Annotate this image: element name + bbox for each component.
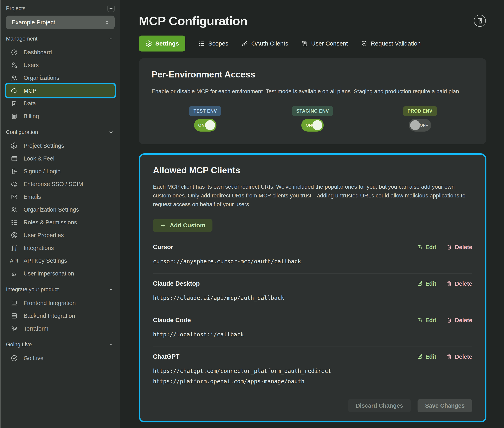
add-custom-button[interactable]: Add Custom (153, 219, 213, 232)
delete-button[interactable]: Delete (446, 244, 472, 251)
documentation-button[interactable] (474, 15, 486, 27)
test-env-toggle[interactable]: ON (194, 119, 216, 132)
edit-button[interactable]: Edit (417, 244, 436, 251)
people-icon (10, 206, 18, 214)
browser-window-icon (10, 155, 18, 162)
env-prod: PROD ENV OFF (403, 106, 437, 132)
environment-toggles: TEST ENV ON STAGING ENV ON PROD ENV OFF (152, 106, 474, 132)
sidebar-item-roles-permissions[interactable]: Roles & Permissions (6, 216, 115, 229)
form-actions: Discard Changes Save Changes (153, 399, 472, 412)
env-test: TEST ENV ON (189, 106, 221, 132)
tab-request-validation[interactable]: Request Validation (361, 35, 421, 51)
sidebar-section-configuration: Configuration Project Settings Look & Fe… (6, 128, 115, 280)
sidebar-section-management: Management Dashboard Users Organizations… (6, 35, 115, 123)
laptop-icon (10, 299, 18, 307)
main-content: MCP Configuration Settings Scopes OAuth … (120, 0, 504, 428)
client-row-claude-desktop: Claude Desktop Edit Delete https://claud… (153, 274, 472, 310)
per-environment-description: Enable or disable MCP for each environme… (152, 87, 474, 96)
delete-button[interactable]: Delete (446, 317, 472, 324)
section-header-management[interactable]: Management (6, 35, 115, 43)
sidebar-item-emails[interactable]: Emails (6, 190, 115, 203)
section-label: Going Live (6, 342, 32, 348)
toggle-knob (205, 120, 215, 130)
add-project-button[interactable] (107, 5, 115, 12)
sidebar-item-backend-integration[interactable]: Backend Integration (6, 309, 115, 322)
save-changes-button[interactable]: Save Changes (418, 399, 472, 412)
invoice-icon (10, 112, 18, 120)
shield-check-icon (361, 40, 368, 47)
sidebar-item-billing[interactable]: Billing (6, 110, 115, 123)
window-scrollbar[interactable] (0, 0, 1, 428)
sidebar-item-dashboard[interactable]: Dashboard (6, 46, 115, 59)
sidebar-item-organization-settings[interactable]: Organization Settings (6, 203, 115, 216)
sidebar-item-frontend-integration[interactable]: Frontend Integration (6, 297, 115, 309)
tab-settings[interactable]: Settings (139, 35, 185, 51)
edit-button[interactable]: Edit (417, 354, 436, 360)
pencil-icon (417, 317, 423, 323)
section-header-going-live[interactable]: Going Live (6, 341, 115, 349)
user-circle-icon (10, 231, 18, 239)
server-icon (10, 312, 18, 320)
pencil-icon (417, 354, 423, 360)
terraform-icon (10, 325, 18, 332)
staging-env-toggle[interactable]: ON (301, 119, 324, 132)
section-header-configuration[interactable]: Configuration (6, 128, 115, 136)
sidebar-item-user-properties[interactable]: User Properties (6, 229, 115, 242)
section-header-integrate[interactable]: Integrate your product (6, 286, 115, 293)
client-row-claude-code: Claude Code Edit Delete http://localhost… (153, 310, 472, 347)
per-environment-card: Per-Environment Access Enable or disable… (139, 58, 487, 144)
project-select[interactable]: Example Project (6, 16, 115, 29)
env-staging: STAGING ENV ON (292, 106, 333, 132)
client-row-chatgpt: ChatGPT Edit Delete https://chatgpt.com/… (153, 347, 472, 394)
allowed-clients-title: Allowed MCP Clients (153, 165, 472, 175)
sidebar-item-organizations[interactable]: Organizations (6, 72, 115, 84)
sidebar-item-integrations[interactable]: ∫∫ Integrations (6, 242, 115, 254)
tab-oauth-clients[interactable]: OAuth Clients (241, 35, 288, 51)
projects-label: Projects (6, 5, 25, 12)
plus-icon (160, 222, 166, 228)
cloud-share-icon (10, 87, 18, 94)
page-title: MCP Configuration (139, 14, 487, 28)
edit-button[interactable]: Edit (417, 317, 436, 324)
section-label: Configuration (6, 129, 38, 135)
trash-icon (446, 244, 452, 250)
test-env-badge: TEST ENV (189, 106, 221, 116)
chevron-up-down-icon (104, 19, 110, 25)
sidebar-item-data[interactable]: Data (6, 97, 115, 110)
sidebar-item-api-key-settings[interactable]: API API Key Settings (6, 254, 115, 267)
sidebar-section-integrate: Integrate your product Frontend Integrat… (6, 286, 115, 335)
sidebar-item-go-live[interactable]: Go Live (6, 352, 115, 364)
sidebar: Projects Example Project Management Dash… (0, 0, 120, 428)
tab-user-consent[interactable]: User Consent (301, 35, 348, 51)
client-name: Claude Desktop (153, 280, 200, 287)
tab-scopes[interactable]: Scopes (198, 35, 228, 51)
sidebar-item-look-feel[interactable]: Look & Feel (6, 152, 115, 165)
sidebar-item-user-impersonation[interactable]: User Impersonation (6, 267, 115, 280)
sidebar-item-terraform[interactable]: Terraform (6, 322, 115, 335)
sidebar-item-users[interactable]: Users (6, 59, 115, 72)
people-icon (10, 74, 18, 82)
trash-icon (446, 354, 452, 360)
gear-icon (145, 40, 152, 47)
project-select-value: Example Project (12, 19, 55, 26)
api-icon: API (10, 257, 18, 264)
sidebar-item-project-settings[interactable]: Project Settings (6, 139, 115, 152)
edit-button[interactable]: Edit (417, 280, 436, 287)
client-list: Cursor Edit Delete cursor://anysphere.cu… (153, 237, 472, 394)
sidebar-item-enterprise-sso[interactable]: Enterprise SSO / SCIM (6, 178, 115, 190)
discard-changes-button[interactable]: Discard Changes (348, 399, 411, 412)
prod-env-toggle[interactable]: OFF (409, 119, 431, 132)
delete-button[interactable]: Delete (446, 280, 472, 287)
pencil-icon (417, 244, 423, 250)
envelope-icon (10, 193, 18, 201)
sidebar-item-signup-login[interactable]: Signup / Login (6, 165, 115, 178)
tab-bar: Settings Scopes OAuth Clients User Conse… (139, 35, 487, 51)
client-name: Cursor (153, 244, 173, 251)
sidebar-section-going-live: Going Live Go Live (6, 341, 115, 364)
allowed-mcp-clients-card: Allowed MCP Clients Each MCP client has … (139, 153, 487, 422)
pencil-icon (417, 281, 423, 287)
gear-icon (10, 142, 18, 149)
allowed-clients-description: Each MCP client has its own set of redir… (153, 182, 472, 209)
sidebar-item-mcp[interactable]: MCP (6, 84, 115, 97)
delete-button[interactable]: Delete (446, 354, 472, 360)
